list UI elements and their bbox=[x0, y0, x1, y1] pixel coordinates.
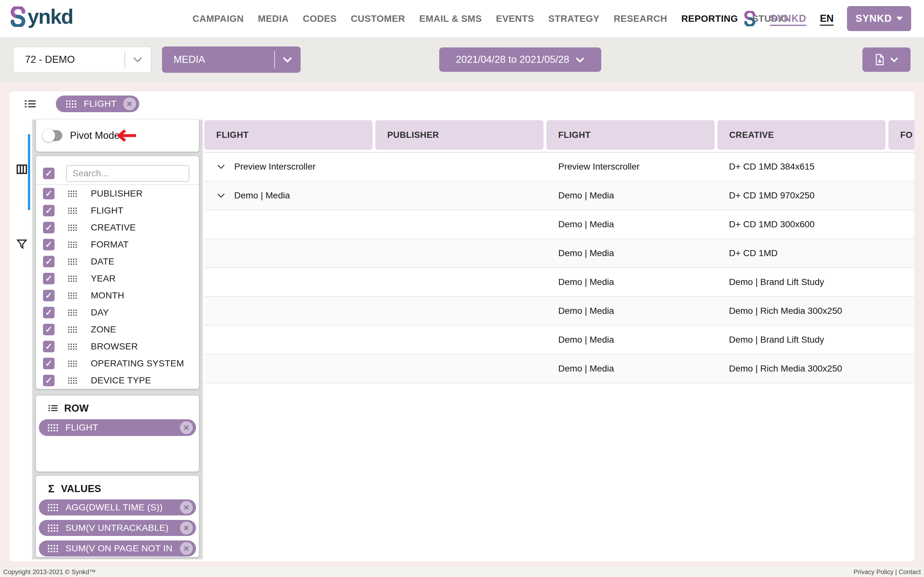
drag-grip-icon bbox=[68, 224, 78, 231]
column-list-item-format[interactable]: ✓ FORMAT bbox=[36, 236, 199, 253]
drag-grip-icon bbox=[68, 190, 78, 197]
column-list-item-creative[interactable]: ✓ CREATIVE bbox=[36, 219, 199, 236]
column-checkbox[interactable]: ✓ bbox=[43, 324, 55, 335]
column-checkbox[interactable]: ✓ bbox=[43, 290, 55, 301]
chevron-down-icon[interactable] bbox=[217, 164, 225, 169]
dataset-select[interactable]: MEDIA bbox=[162, 47, 300, 73]
nav-item-events[interactable]: EVENTS bbox=[496, 13, 534, 24]
columns-tab-icon[interactable] bbox=[16, 163, 27, 175]
select-all-checkbox[interactable]: ✓ bbox=[43, 168, 55, 179]
table-row[interactable]: Demo | Media Demo | Rich Media 300x250 bbox=[204, 297, 914, 326]
nav-item-research[interactable]: RESEARCH bbox=[614, 13, 667, 24]
drag-grip-icon bbox=[68, 377, 78, 384]
column-list-item-device-type[interactable]: ✓ DEVICE TYPE bbox=[36, 372, 199, 389]
column-checkbox[interactable]: ✓ bbox=[43, 222, 55, 234]
account-select[interactable]: 72 - DEMO bbox=[13, 47, 152, 73]
column-checkbox[interactable]: ✓ bbox=[43, 239, 55, 250]
table-row[interactable]: Demo | Media D+ CD 1MD 300x600 bbox=[204, 210, 914, 239]
column-checkbox[interactable]: ✓ bbox=[43, 205, 55, 216]
drag-grip-icon bbox=[68, 359, 78, 367]
table-row[interactable]: Demo | Media Demo | Media D+ CD 1MD 970x… bbox=[204, 181, 914, 210]
column-header-fo[interactable]: FO bbox=[888, 120, 914, 150]
column-checkbox[interactable]: ✓ bbox=[43, 273, 55, 284]
table-row[interactable]: Demo | Media Demo | Brand Lift Study bbox=[204, 326, 914, 355]
toggle-knob bbox=[42, 129, 55, 142]
column-list-item-browser[interactable]: ✓ BROWSER bbox=[36, 338, 199, 355]
group-chip-flight[interactable]: FLIGHT × bbox=[56, 95, 139, 112]
annotation-arrow bbox=[115, 129, 137, 142]
table-row[interactable]: Demo | Media Demo | Rich Media 300x250 bbox=[204, 355, 914, 384]
column-checkbox[interactable]: ✓ bbox=[43, 375, 55, 386]
chevron-down-icon bbox=[890, 57, 898, 62]
export-download-button[interactable] bbox=[863, 47, 911, 72]
drag-grip-icon bbox=[47, 503, 58, 512]
column-header-publisher[interactable]: PUBLISHER bbox=[375, 120, 543, 150]
chevron-down-icon[interactable] bbox=[217, 193, 225, 198]
value-chip-sum-v-untrackable[interactable]: SUM(V UNTRACKABLE) × bbox=[39, 520, 196, 536]
copyright-text: Copyright 2013-2021 © Synkd™ bbox=[3, 568, 95, 576]
drag-grip-icon bbox=[68, 275, 78, 282]
column-checkbox[interactable]: ✓ bbox=[43, 188, 55, 199]
column-label: MONTH bbox=[91, 290, 124, 301]
cell-flight-group bbox=[204, 308, 375, 314]
value-chip-sum-v-on-page-not-in[interactable]: SUM(V ON PAGE NOT IN... × bbox=[39, 540, 196, 556]
chip-close-icon[interactable]: × bbox=[180, 421, 193, 434]
chevron-down-icon bbox=[133, 57, 142, 63]
account-menu-button[interactable]: SYNKD bbox=[847, 6, 911, 31]
column-list-item-operating-system[interactable]: ✓ OPERATING SYSTEM bbox=[36, 355, 199, 372]
nav-item-codes[interactable]: CODES bbox=[303, 13, 337, 24]
column-list-item-zone[interactable]: ✓ ZONE bbox=[36, 321, 199, 338]
nav-item-media[interactable]: MEDIA bbox=[258, 13, 289, 24]
row-group-icon bbox=[48, 405, 58, 412]
table-row[interactable]: Demo | Media Demo | Brand Lift Study bbox=[204, 268, 914, 297]
column-list-item-date[interactable]: ✓ DATE bbox=[36, 253, 199, 270]
column-list-item-year[interactable]: ✓ YEAR bbox=[36, 270, 199, 287]
chip-close-icon[interactable]: × bbox=[180, 501, 193, 514]
chip-close-icon[interactable]: × bbox=[123, 97, 136, 110]
date-range-select[interactable]: 2021/04/28 to 2021/05/28 bbox=[439, 47, 601, 72]
table-row[interactable]: Preview Interscroller Preview Interscrol… bbox=[204, 153, 914, 181]
nav-item-strategy[interactable]: STRATEGY bbox=[548, 13, 599, 24]
column-list-item-flight[interactable]: ✓ FLIGHT bbox=[36, 202, 199, 219]
column-header-creative[interactable]: CREATIVE bbox=[717, 120, 885, 150]
column-checkbox[interactable]: ✓ bbox=[43, 341, 55, 352]
pivot-mode-toggle[interactable] bbox=[43, 130, 62, 141]
value-chips: AGG(DWELL TIME (S)) × SUM(V UNTRACKABLE)… bbox=[36, 500, 199, 556]
workspace-s-icon[interactable] bbox=[743, 11, 756, 26]
filter-bar: 72 - DEMO MEDIA 2021/04/28 to 2021/05/28 bbox=[0, 37, 924, 82]
workspace-link[interactable]: SYNKD bbox=[770, 13, 806, 24]
filters-tab-icon[interactable] bbox=[16, 238, 27, 250]
value-chip-agg-dwell-time-s[interactable]: AGG(DWELL TIME (S)) × bbox=[39, 500, 196, 516]
footer-links[interactable]: Privacy Policy | Contact bbox=[853, 568, 921, 576]
chip-close-icon[interactable]: × bbox=[180, 522, 193, 534]
drag-grip-icon bbox=[68, 343, 78, 350]
cell-flight: Preview Interscroller bbox=[546, 161, 717, 172]
language-link[interactable]: EN bbox=[820, 13, 834, 24]
nav-item-campaign[interactable]: CAMPAIGN bbox=[192, 13, 244, 24]
row-group-icon bbox=[24, 100, 36, 109]
drag-grip-icon bbox=[47, 424, 58, 432]
row-section-title: ROW bbox=[64, 403, 89, 414]
column-list-item-day[interactable]: ✓ DAY bbox=[36, 304, 199, 321]
column-list-item-month[interactable]: ✓ MONTH bbox=[36, 287, 199, 304]
drag-grip-icon bbox=[47, 524, 58, 532]
column-header-flight[interactable]: FLIGHT bbox=[546, 120, 714, 150]
columns-search-input[interactable] bbox=[66, 165, 189, 182]
download-file-icon bbox=[875, 53, 885, 66]
column-checkbox[interactable]: ✓ bbox=[43, 358, 55, 369]
table-row[interactable]: Demo | Media D+ CD 1MD bbox=[204, 239, 914, 268]
app-screen: ynkd CAMPAIGNMEDIACODESCUSTOMEREMAIL & S… bbox=[0, 0, 924, 577]
drag-grip-icon bbox=[68, 309, 78, 316]
chip-close-icon[interactable]: × bbox=[180, 542, 193, 555]
nav-item-customer[interactable]: CUSTOMER bbox=[351, 13, 405, 24]
nav-item-reporting[interactable]: REPORTING bbox=[681, 13, 738, 24]
row-chip-flight[interactable]: FLIGHT × bbox=[39, 419, 196, 436]
column-checkbox[interactable]: ✓ bbox=[43, 256, 55, 268]
column-checkbox[interactable]: ✓ bbox=[43, 307, 55, 318]
values-panel: Σ VALUES AGG(DWELL TIME (S)) × SUM(V UNT… bbox=[36, 476, 199, 557]
cell-creative: D+ CD 1MD 970x250 bbox=[717, 190, 888, 201]
nav-item-email-sms[interactable]: EMAIL & SMS bbox=[419, 13, 482, 24]
column-header-flight[interactable]: FLIGHT bbox=[204, 120, 373, 150]
synkd-logo[interactable]: ynkd bbox=[9, 6, 73, 27]
column-list-item-publisher[interactable]: ✓ PUBLISHER bbox=[36, 185, 199, 202]
